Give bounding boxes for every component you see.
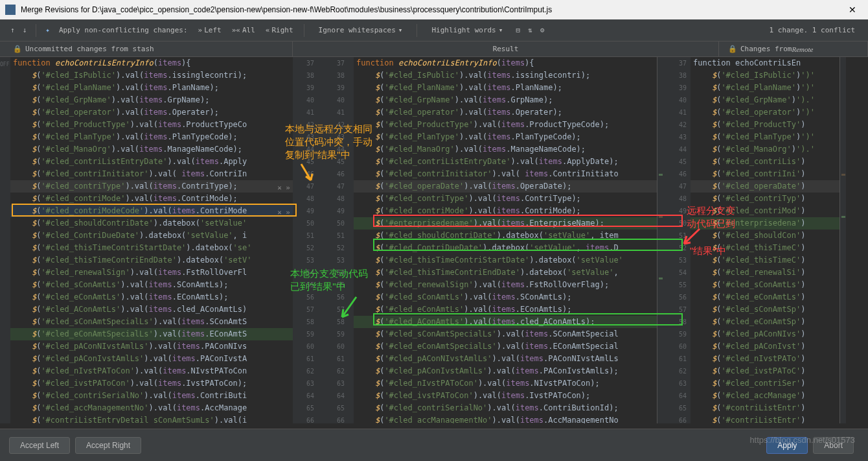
code-line[interactable]: $('#cled_ivstPAToC') <box>691 365 839 377</box>
code-line[interactable]: $('#cled_sConAmtSpecialLs').val(items.SC… <box>10 316 293 328</box>
code-line[interactable]: $('#cled_pAConNIvstAmlLs').val(items.PAC… <box>354 353 657 365</box>
code-line[interactable]: $('#cled_thisTimeContriStartDate').dateb… <box>10 242 293 254</box>
code-line[interactable]: $('#cled_PlanName')')' <box>691 82 839 94</box>
code-line[interactable]: $('#cled_ivstPAToCon').val(items.IvstPAT… <box>10 377 293 390</box>
code-line[interactable]: $('#cled_thisTimeContriEndDate').datebox… <box>10 254 293 266</box>
close-icon[interactable]: ✕ <box>842 5 863 15</box>
sync-scroll-icon[interactable]: ⇅ <box>524 23 536 37</box>
code-line[interactable]: $('#cled_contriMod') <box>691 205 839 217</box>
code-line[interactable]: $('#cled_contriIni') <box>691 168 839 180</box>
code-line[interactable]: $('#cled_contriModeCode').val(items.Cont… <box>10 205 293 217</box>
code-line[interactable]: $('#enterprisedena') <box>691 217 839 230</box>
middle-pane[interactable]: function echoContriLsEntryInfo(items){ $… <box>354 57 657 423</box>
code-line[interactable]: $('#contriListEntr') <box>691 414 839 423</box>
code-line[interactable]: $('#cled_ManaOrg').val(items.ManageNameC… <box>10 143 293 156</box>
prev-diff-icon[interactable]: ↑ <box>6 23 19 37</box>
code-line[interactable]: $('#cled_renewalSign').val(items.FstRoll… <box>354 279 657 291</box>
code-line[interactable]: $('#cled_ManaOrg').val(items.ManageNameC… <box>354 143 657 156</box>
code-line[interactable]: $('#cled_IsPublic').val(items.issingleco… <box>10 69 293 82</box>
middle-code[interactable]: function echoContriLsEntryInfo(items){ $… <box>354 57 657 423</box>
code-line[interactable]: function echoContriLsEntryInfo(items){ <box>354 57 657 69</box>
code-line[interactable]: $('#cled_sConAmtLs').val(items.SConAmtLs… <box>354 291 657 303</box>
code-line[interactable]: $('#cled_eConAmtLs').val(items.EConAmtLs… <box>10 291 293 303</box>
code-line[interactable]: $('#cled_operaDate') <box>691 180 839 193</box>
code-line[interactable]: $('#cled_GrpName')').' <box>691 94 839 106</box>
code-line[interactable]: $('#cled_contriSerialNo').val(items.Cont… <box>10 390 293 402</box>
code-line[interactable]: $('#cled_renewalSign').val(items.FstRoll… <box>10 266 293 279</box>
apply-left-button[interactable]: »Left <box>193 23 227 37</box>
code-line[interactable]: $('#cled_contriSerialNo').val(items.Cont… <box>354 402 657 414</box>
code-line[interactable]: $('#cled_contriSer') <box>691 377 839 390</box>
code-line[interactable]: $('#cled_contriInitiator').val( items.Co… <box>354 168 657 180</box>
magic-wand-icon[interactable]: ✦ <box>41 23 54 37</box>
gear-icon[interactable]: ⚙ <box>536 23 549 37</box>
code-line[interactable]: $('#cled_PlanName').val(items.PlanName); <box>10 82 293 94</box>
code-line[interactable]: $('#cled_ContriDueDate').datebox('setVal… <box>354 242 657 254</box>
code-line[interactable]: $('#cled_ivstPAToCon').val(items.IvstPAT… <box>354 390 657 402</box>
code-line[interactable]: $('#cled_IsPublic')')' <box>691 69 839 82</box>
code-line[interactable]: $('#cled_PlanName').val(items.PlanName); <box>354 82 657 94</box>
code-line[interactable]: $('#cled_contriMode').val(items.ContriMo… <box>354 205 657 217</box>
code-line[interactable]: $('#cled_shouldContriDate').datebox('set… <box>354 230 657 242</box>
code-line[interactable]: $('#cled_operator').val(items.Operater); <box>10 106 293 119</box>
code-line[interactable]: $('#cled_operator')')' <box>691 106 839 119</box>
code-line[interactable]: $('#cled_ManaOrg')').' <box>691 143 839 156</box>
code-line[interactable]: $('#contriListEntr') <box>691 402 839 414</box>
code-line[interactable]: $('#cled_GrpName').val(items.GrpName); <box>10 94 293 106</box>
code-line[interactable]: $('#cled_ContriDueDate').datebox('setVal… <box>10 230 293 242</box>
code-line[interactable]: $('#cled_pAConIvst') <box>691 340 839 353</box>
code-line[interactable]: $('#cled_sConAmtLs').val(items.SConAmtLs… <box>10 279 293 291</box>
code-line[interactable]: $('#cled_GrpName').val(items.GrpName); <box>354 94 657 106</box>
code-line[interactable]: $('#cled_IsPublic').val(items.issingleco… <box>354 69 657 82</box>
code-line[interactable]: $('#cled_operaDate').val(items.OperaDate… <box>354 180 657 193</box>
code-line[interactable]: $('#cled_ProductType').val(items.Product… <box>10 119 293 131</box>
code-line[interactable]: $('#cled_AConAmtLs').val(items.cled_ACon… <box>354 316 657 328</box>
code-line[interactable]: $('#cled_contriInitiator').val( items.Co… <box>10 168 293 180</box>
code-line[interactable]: $('#cled_sConAmtSpecialLs').val(items.SC… <box>354 328 657 340</box>
code-line[interactable]: $('#cled_thisTimeContriEndDate').datebox… <box>354 266 657 279</box>
code-line[interactable]: $('#cled_pAConIvstAmlLs').val(items.PACo… <box>10 353 293 365</box>
apply-right-button[interactable]: «Right <box>260 23 299 37</box>
code-line[interactable]: $('#cled_accManage') <box>691 390 839 402</box>
code-line[interactable]: $('#cled_shouldContriDate').datebox('set… <box>10 217 293 230</box>
right-code[interactable]: function echoContriLsEn $('#cled_IsPubli… <box>691 57 839 423</box>
code-line[interactable]: $('#cled_contriListEntryDate').val(items… <box>10 156 293 168</box>
code-line[interactable]: $('#cled_accManagementNo').val(items.Acc… <box>10 402 293 414</box>
code-line[interactable]: $('#cled_eConAmtSp') <box>691 316 839 328</box>
code-line[interactable]: $('#cled_shouldCon') <box>691 230 839 242</box>
accept-left-button[interactable]: Accept Left <box>9 437 70 454</box>
code-line[interactable]: $('#cled_pAConIvstAmlLs').val(items.PACo… <box>354 365 657 377</box>
code-line[interactable]: $('#cled_sConAmtSp') <box>691 303 839 316</box>
code-line[interactable]: $('#cled_eConAmtLs') <box>691 291 839 303</box>
code-line[interactable]: $('#cled_contriType').val(items.ContriTy… <box>354 193 657 205</box>
code-line[interactable]: $('#cled_eConAmtSpecialLs').val(items.EC… <box>10 328 293 340</box>
code-line[interactable]: $('#cled_contriLis') <box>691 156 839 168</box>
ignore-whitespace-dropdown[interactable]: Ignore whitespaces▾ <box>314 23 408 37</box>
code-line[interactable]: $('#cled_pAConNIvstAmlLs').val(items.PAC… <box>10 340 293 353</box>
code-line[interactable]: $('#cled_PlanType')')' <box>691 131 839 143</box>
code-line[interactable]: $('#cled_thisTimeC') <box>691 254 839 266</box>
code-line[interactable]: function echoContriLsEn <box>691 57 839 69</box>
code-line[interactable]: $('#cled_PlanType').val(items.PlanTypeCo… <box>354 131 657 143</box>
code-line[interactable]: $('#cled_accManagementNo').val(items.Acc… <box>354 414 657 423</box>
code-line[interactable]: $('#cled_contriTyp') <box>691 193 839 205</box>
code-line[interactable]: $('#cled_AConAmtLs').val(items.cled_ACon… <box>10 303 293 316</box>
highlight-dropdown[interactable]: Highlight words▾ <box>426 23 508 37</box>
right-scrollmarker[interactable] <box>839 57 846 423</box>
next-diff-icon[interactable]: ↓ <box>19 23 31 37</box>
code-line[interactable]: $('#cled_nIvstPAToCon').val(items.NIvstP… <box>10 365 293 377</box>
accept-right-button[interactable]: Accept Right <box>75 437 141 454</box>
code-line[interactable]: $('#cled_contriMode').val(items.ContriMo… <box>10 193 293 205</box>
code-line[interactable]: $('#cled_thisTimeC') <box>691 242 839 254</box>
middle-scrollmarker[interactable] <box>657 57 663 423</box>
code-line[interactable]: function echoContriLsEntryInfo(items){ <box>10 57 293 69</box>
code-line[interactable]: $('#cled_renewalSi') <box>691 266 839 279</box>
code-line[interactable]: $('#cled_nIvstPATo') <box>691 353 839 365</box>
collapse-icon[interactable]: ⊟ <box>512 23 524 37</box>
code-line[interactable]: $('#cled_ProductTy') <box>691 119 839 131</box>
code-line[interactable]: $('#cled_sConAmtLs') <box>691 279 839 291</box>
code-line[interactable]: $('#cled_contriType').val(items.ContriTy… <box>10 180 293 193</box>
code-line[interactable]: $('#cled_nIvstPAToCon').val(items.NIvstP… <box>354 377 657 390</box>
code-line[interactable]: $('#cled_PlanType').val(items.PlanTypeCo… <box>10 131 293 143</box>
code-line[interactable]: $('#contriListEntryDetail_sConAmtSumLs')… <box>10 414 293 423</box>
